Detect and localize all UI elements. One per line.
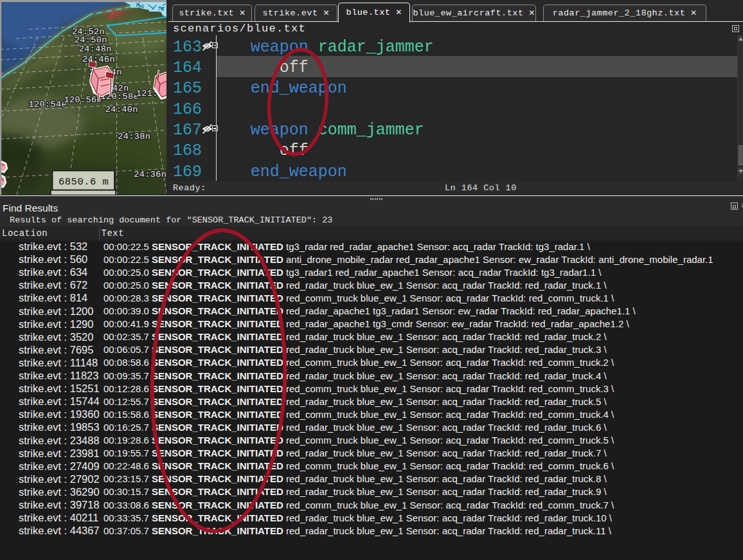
svg-text:120:56e: 120:56e bbox=[64, 95, 103, 105]
svg-text:24:36n: 24:36n bbox=[134, 170, 166, 179]
svg-text:24:46n: 24:46n bbox=[82, 55, 115, 64]
svg-text:76: 76 bbox=[157, 6, 164, 13]
svg-text:24:50n: 24:50n bbox=[75, 35, 107, 45]
svg-text:6850.6 m: 6850.6 m bbox=[58, 176, 109, 188]
svg-text:24:38n: 24:38n bbox=[118, 132, 150, 141]
svg-text:24:40n: 24:40n bbox=[105, 105, 138, 114]
svg-text:24: 24 bbox=[138, 4, 144, 10]
svg-text:120:54e: 120:54e bbox=[29, 100, 67, 109]
svg-text:24:48n: 24:48n bbox=[79, 44, 112, 54]
